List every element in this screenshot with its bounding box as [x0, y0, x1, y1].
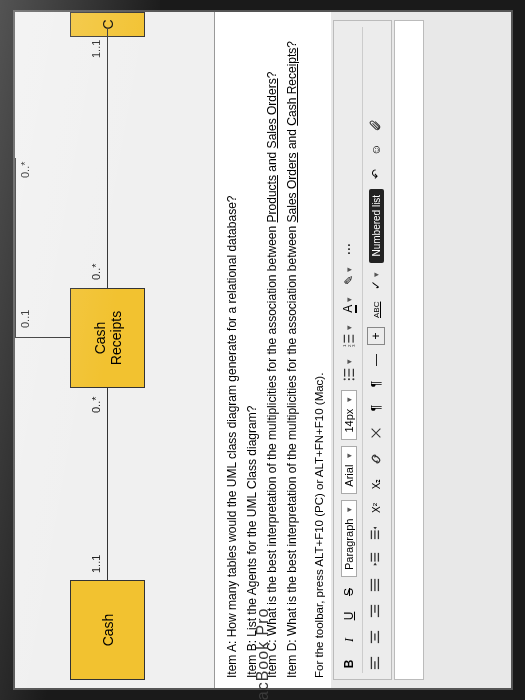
toolbar-shortcut-hint: For the toolbar, press ALT+F10 (PC) or A… [311, 12, 331, 688]
emoji-button[interactable]: ☺ [367, 141, 385, 159]
multiplicity-label: 0..* [19, 161, 31, 178]
uml-association-line [107, 28, 108, 288]
svg-rect-16 [374, 634, 375, 641]
spellcheck-button[interactable]: ABC [367, 299, 385, 321]
pencil-icon: ✎ [342, 275, 356, 285]
multiplicity-label: 0..* [90, 396, 102, 413]
uml-class-cash: Cash [70, 580, 145, 680]
undo-button[interactable]: ↶ [367, 165, 385, 183]
superscript-button[interactable]: X² [367, 499, 385, 517]
numbered-list-tooltip: Numbered list [368, 189, 383, 263]
ltr-direction-button[interactable]: ¶ [367, 375, 385, 393]
question-item-d: Item D: What is the best interpretation … [283, 22, 301, 678]
align-right-button[interactable] [367, 601, 385, 621]
multiplicity-label: 0..* [90, 263, 102, 280]
svg-rect-17 [377, 631, 378, 643]
svg-rect-11 [352, 335, 353, 343]
svg-rect-12 [370, 657, 371, 669]
numbered-list-icon: 123 [342, 333, 356, 347]
content-viewport: Cash Cash Receipts C 1..1 0..* 0..* 1..1… [13, 10, 513, 690]
svg-rect-1 [344, 369, 345, 377]
svg-rect-30 [377, 530, 378, 539]
toolbar-row-1: B I U S Paragraph Arial 14px 123 A ✎ ⋯ [338, 27, 360, 673]
device-brand-label: MacBook Pro [254, 607, 272, 700]
svg-rect-15 [370, 631, 371, 643]
svg-rect-3 [348, 369, 349, 377]
svg-marker-27 [373, 563, 377, 566]
text-color-button[interactable]: A [340, 294, 358, 316]
paragraph-format-select[interactable]: Paragraph [341, 500, 357, 577]
question-item-c: Item C: What is the best interpretation … [263, 22, 281, 678]
align-left-button[interactable] [367, 653, 385, 673]
multiplicity-label: 1..1 [90, 40, 102, 58]
svg-point-0 [343, 378, 345, 380]
outdent-button[interactable] [367, 549, 385, 569]
align-left-icon [369, 656, 383, 670]
svg-rect-13 [374, 661, 375, 669]
svg-rect-18 [370, 605, 371, 617]
align-right-icon [369, 604, 383, 618]
spellcheck-toggle[interactable]: ✓ [367, 269, 385, 293]
uml-class-cash-receipts: Cash Receipts [70, 288, 145, 388]
align-justify-button[interactable] [367, 575, 385, 595]
bullet-list-icon [342, 367, 356, 381]
subscript-button[interactable]: X₂ [367, 475, 385, 493]
uml-association-line [107, 388, 108, 580]
rtl-direction-button[interactable]: ¶ [367, 399, 385, 417]
question-item-b: Item B: List the Agents for the UML Clas… [243, 22, 261, 678]
indent-icon [369, 526, 383, 540]
multiplicity-label: 0..1 [19, 310, 31, 328]
svg-text:3: 3 [351, 344, 356, 347]
numbered-list-button[interactable]: 123 [340, 322, 358, 350]
svg-point-2 [347, 378, 349, 380]
align-center-icon [369, 630, 383, 644]
svg-rect-21 [370, 579, 371, 591]
remove-format-icon [369, 426, 383, 440]
outdent-icon [369, 552, 383, 566]
svg-rect-19 [374, 605, 375, 613]
svg-marker-31 [373, 527, 377, 530]
uml-association-line [15, 337, 70, 338]
remove-format-button[interactable] [367, 423, 385, 443]
svg-rect-7 [343, 335, 344, 343]
toolbar-row-2: X² X₂ ¶ ¶ — + ABC ✓ Numbered list ↶ ☺ [362, 27, 387, 673]
insert-button[interactable]: + [367, 327, 385, 345]
paperclip-icon [369, 118, 383, 132]
svg-rect-5 [352, 369, 353, 377]
underline-button[interactable]: U [340, 607, 358, 625]
question-item-a: Item A: How many tables would the UML cl… [223, 22, 241, 678]
strikethrough-button[interactable]: S [340, 583, 358, 601]
more-options-button[interactable]: ⋯ [340, 240, 358, 258]
svg-rect-20 [377, 605, 378, 617]
svg-rect-22 [374, 579, 375, 591]
highlight-color-button[interactable]: ✎ [340, 264, 358, 288]
svg-point-4 [352, 378, 354, 380]
italic-button[interactable]: I [340, 631, 358, 649]
svg-rect-23 [377, 579, 378, 591]
attachment-button[interactable] [367, 115, 385, 135]
link-button[interactable] [367, 449, 385, 469]
font-size-select[interactable]: 14px [341, 390, 357, 440]
align-justify-icon [369, 578, 383, 592]
svg-rect-25 [374, 553, 375, 562]
align-center-button[interactable] [367, 627, 385, 647]
svg-rect-29 [374, 530, 375, 539]
font-family-select[interactable]: Arial [341, 446, 357, 494]
svg-rect-26 [377, 553, 378, 562]
svg-rect-24 [370, 553, 371, 562]
bold-button[interactable]: B [340, 655, 358, 673]
svg-rect-14 [377, 657, 378, 669]
indent-button[interactable] [367, 523, 385, 543]
uml-diagram-area: Cash Cash Receipts C 1..1 0..* 0..* 1..1… [15, 12, 215, 688]
question-text-block: Item A: How many tables would the UML cl… [215, 12, 311, 688]
horizontal-rule-button[interactable]: — [367, 351, 385, 369]
svg-rect-28 [370, 530, 371, 539]
svg-rect-9 [348, 335, 349, 343]
multiplicity-label: 1..1 [90, 555, 102, 573]
bullet-list-button[interactable] [340, 356, 358, 384]
rich-text-editor-body[interactable] [394, 20, 424, 680]
link-icon [369, 452, 383, 466]
rich-text-toolbar: B I U S Paragraph Arial 14px 123 A ✎ ⋯ [333, 20, 392, 680]
uml-association-line [15, 158, 16, 338]
